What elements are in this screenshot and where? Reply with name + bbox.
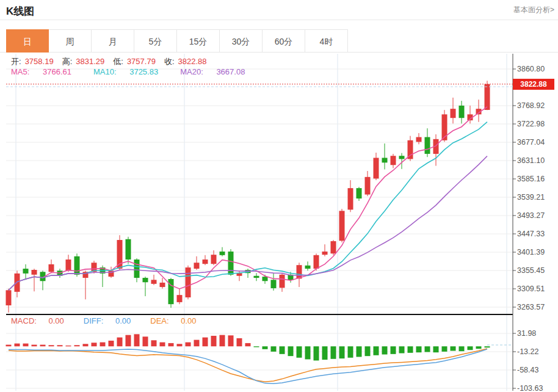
open-value: 3758.19 [25,57,54,66]
candle-body [280,275,285,288]
macd-bar [220,335,225,347]
macd-bar [245,343,251,346]
ma10-readout: MA10: 3725.83 [93,67,169,76]
macd-bar [117,338,123,347]
macd-bar [92,343,97,346]
candle-body [211,255,217,264]
candle-body [305,266,311,269]
macd-bar [339,346,345,358]
ma10-line [9,122,487,291]
candle-body [220,252,225,255]
macd-bar [32,345,37,347]
macd-bar [74,345,80,346]
macd-bar [109,341,114,346]
tab-5分[interactable]: 5分 [134,29,177,53]
tab-60分[interactable]: 60分 [263,29,305,53]
macd-axis-label: -103.63 [517,384,543,392]
high-value: 3831.29 [76,57,104,66]
macd-bar [237,338,242,346]
macd-bar [6,345,12,347]
macd-bar [203,338,208,347]
macd-bar [408,346,413,353]
candle-body [314,255,319,269]
candle-body [416,137,422,142]
tab-月[interactable]: 月 [92,29,134,53]
macd-bar [211,336,217,346]
price-axis-label: 3631.10 [517,156,545,165]
candle-body [451,109,456,118]
macd-value-readout: MACD: 0.00 [11,316,74,325]
macd-bar [271,346,277,352]
price-axis-label: 3493.27 [517,211,545,220]
candle-body [254,276,259,278]
price-axis-label: 3677.04 [517,138,545,147]
macd-bar [382,346,388,354]
tab-4时[interactable]: 4时 [305,29,348,53]
price-axis-label: 3355.45 [517,266,545,275]
fundamental-analysis-link[interactable]: 基本面分析> [513,5,554,15]
candle-body [23,269,29,274]
macd-bar [177,344,183,346]
tab-日[interactable]: 日 [6,29,49,53]
macd-bar [15,344,20,347]
macd-bar [425,346,430,352]
candle-body [117,240,123,269]
price-axis-label: 3722.98 [517,120,545,128]
macd-bar [305,346,311,359]
macd-axis-label: -13.22 [517,347,538,356]
candle-body [143,278,148,282]
candle-body [459,106,465,118]
candle-body [160,283,165,287]
price-axis-label: 3860.80 [517,65,545,73]
macd-bar [23,344,29,347]
price-axis-label: 3768.92 [517,101,545,110]
candle-body [322,252,328,255]
tab-15分[interactable]: 15分 [177,29,220,53]
candle-body [365,177,371,195]
candle-body [374,158,379,178]
price-axis-label: 3263.57 [517,303,545,311]
candle-body [74,256,80,275]
close-value: 3822.88 [178,57,207,66]
macd-bar [168,343,174,346]
macd-bar [442,346,447,352]
kline-page: 3860.803768.923722.983677.043631.103585.… [0,0,558,392]
candle-body [49,264,54,272]
candle-body [357,188,362,198]
macd-bar [186,343,191,347]
candle-body [126,239,131,260]
candle-body [194,263,200,269]
macd-bar [254,346,259,347]
macd-bar [485,346,490,347]
macd-bar [160,343,165,347]
price-axis-label: 3585.16 [517,175,545,183]
candle-body [6,290,12,305]
ma20-readout: MA20: 3667.08 [180,67,256,76]
candle-body [331,241,336,253]
ma5-line [9,107,487,290]
macd-axis-label: -58.43 [517,366,538,374]
macd-bar [314,346,319,360]
macd-bar [468,346,473,350]
candle-body [228,252,234,275]
price-axis-label: 3401.39 [517,248,545,256]
macd-bar [263,346,268,349]
macd-bar [280,346,285,354]
macd-bar [459,346,465,351]
candle-body [271,280,277,288]
macd-bar [228,335,234,346]
macd-bar [451,346,456,350]
candle-body [348,188,353,209]
price-axis-label: 3539.21 [517,193,545,201]
candle-body [391,156,396,165]
candle-body [263,277,268,281]
high-label: 高: [62,57,73,66]
macd-bar [322,346,328,360]
macd-bar [143,336,148,346]
candle-body [151,280,157,284]
tab-30分[interactable]: 30分 [220,29,263,53]
diff-value-readout: DIFF: 0.00 [84,316,140,325]
tab-周[interactable]: 周 [49,29,92,53]
macd-bar [57,345,63,346]
close-label: 收: [164,57,175,66]
